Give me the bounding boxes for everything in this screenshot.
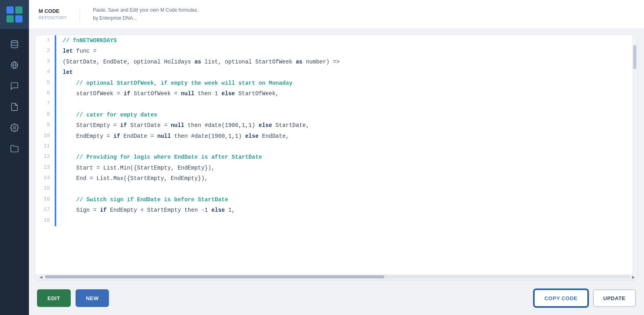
v-scrollbar-thumb[interactable]: [633, 45, 636, 69]
code-line-18: 18: [35, 216, 632, 226]
code-line-8: 8 // cater for empty dates: [35, 110, 632, 120]
code-line-12: 12 // Providing for logic where EndDate …: [35, 152, 632, 162]
copy-code-button[interactable]: COPY CODE: [534, 289, 588, 307]
code-table: 1 // fnNETWORKDAYS 2 let func = 3: [35, 35, 632, 226]
svg-rect-3: [15, 15, 23, 22]
svg-point-4: [11, 41, 18, 43]
code-line-5: 5 // optional StartOfWeek, if empty the …: [35, 78, 632, 88]
sidebar-item-file[interactable]: [6, 98, 23, 116]
code-line-4: 4 let: [35, 67, 632, 78]
horizontal-scrollbar[interactable]: ◀ ▶: [35, 274, 638, 280]
vertical-scrollbar[interactable]: [632, 35, 638, 274]
sidebar-item-chat[interactable]: [6, 77, 23, 95]
sidebar: [0, 0, 29, 315]
code-line-9: 9 StartEmpty = if StartDate = null then …: [35, 120, 632, 131]
main-content: M CODE REPOSITORY Paste, Save and Edit y…: [29, 0, 644, 315]
code-line-13: 13 Start = List.Min({StartEmpty, EndEmpt…: [35, 163, 632, 173]
brand-title-text: M CODE: [39, 8, 59, 14]
code-line-6: 6 startOfWeek = if StartOfWeek = null th…: [35, 88, 632, 99]
code-line-2: 2 let func =: [35, 46, 632, 56]
svg-point-6: [13, 127, 16, 129]
header: M CODE REPOSITORY Paste, Save and Edit y…: [29, 0, 644, 29]
sidebar-item-globe[interactable]: [6, 56, 23, 74]
logo: [0, 0, 29, 29]
svg-rect-0: [6, 6, 14, 14]
edit-button[interactable]: EDIT: [37, 289, 71, 307]
code-line-14: 14 End = List.Max({StartEmpty, EndEmpty}…: [35, 173, 632, 184]
brand-subtitle: REPOSITORY: [39, 16, 67, 20]
new-button[interactable]: NEW: [76, 289, 109, 307]
header-divider: [80, 6, 80, 22]
code-line-3: 3 (StartDate, EndDate, optional Holidays…: [35, 57, 632, 67]
code-line-11: 11: [35, 141, 632, 152]
h-scrollbar-track[interactable]: [45, 275, 630, 278]
code-line-17: 17 Sign = if EndEmpty < StartEmpty then …: [35, 205, 632, 215]
sidebar-item-database[interactable]: [6, 35, 23, 53]
update-button[interactable]: UPDATE: [593, 289, 636, 307]
sidebar-item-folder[interactable]: [6, 140, 23, 158]
sidebar-nav: [6, 29, 23, 315]
h-scrollbar-right-arrow[interactable]: ▶: [631, 274, 636, 279]
code-container: 1 // fnNETWORKDAYS 2 let func = 3: [35, 35, 638, 280]
code-line-15: 15: [35, 184, 632, 194]
header-desc: Paste, Save and Edit your own M Code for…: [93, 6, 198, 22]
sidebar-item-settings[interactable]: [6, 119, 23, 137]
code-line-1: 1 // fnNETWORKDAYS: [35, 35, 632, 46]
code-line-16: 16 // Switch sign if EndDate is before S…: [35, 194, 632, 205]
code-line-7: 7: [35, 99, 632, 109]
code-line-10: 10 EndEmpty = if EndDate = null then #da…: [35, 131, 632, 141]
code-scroll-area[interactable]: 1 // fnNETWORKDAYS 2 let func = 3: [35, 35, 632, 274]
brand: M CODE REPOSITORY Paste, Save and Edit y…: [39, 6, 198, 22]
brand-text: M CODE REPOSITORY: [39, 8, 67, 20]
bottom-area: EDIT NEW COPY CODE UPDATE: [29, 283, 644, 315]
svg-rect-1: [15, 6, 23, 14]
svg-rect-2: [6, 15, 14, 22]
brand-title: M CODE REPOSITORY: [39, 8, 67, 20]
h-scrollbar-thumb[interactable]: [45, 275, 384, 278]
